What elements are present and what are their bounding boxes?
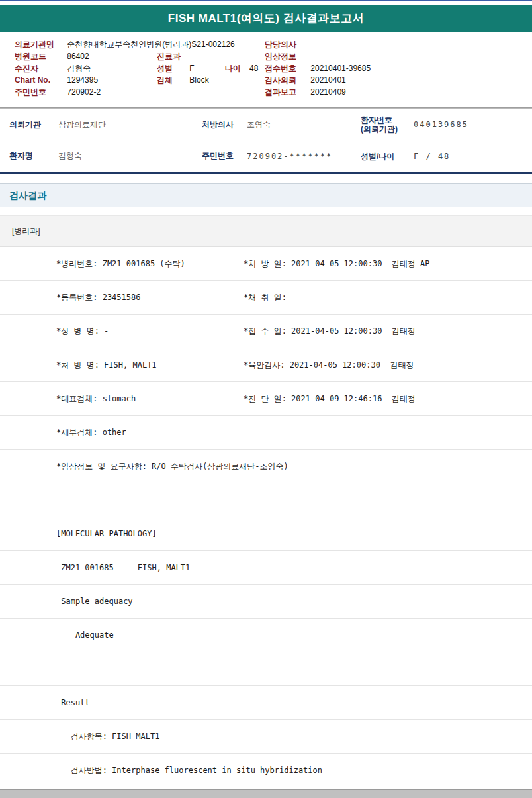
value-sex: F [189,62,199,74]
result-row: Adequate [0,619,532,652]
result-row: *상 병 명: - *접 수 일: 2021-04-05 12:00:30 김태… [0,315,532,348]
result-left: 검사항목: FISH MALT1 [56,731,159,742]
field-resident-no: 주민번호 720902-2 [15,86,235,98]
label-patient-name: 환자명 [9,150,58,162]
header-info-middle: 진료과 성별 F 나이 48 검체 Block [157,50,258,86]
header-info-block: 의료기관명 순천향대학교부속천안병원(병리과)S21-002126 병원코드 8… [0,32,532,107]
label-department: 진료과 [157,50,187,62]
field-institution: 의료기관명 순천향대학교부속천안병원(병리과)S21-002126 [15,38,235,50]
label-report-date: 결과보고 [265,86,308,98]
result-left: Sample adequacy [56,597,133,606]
value-resident-no2: 720902-******* [247,152,361,161]
patient-row-identity: 환자명 김형숙 주민번호 720902-******* 성별/나이 F / 48 [0,140,532,174]
patient-row-referral: 의뢰기관 삼광의료재단 처방의사 조영숙 환자번호 (의뢰기관) 0401396… [0,109,532,140]
result-left: Adequate [56,630,114,640]
value-institution: 순천향대학교부속천안병원(병리과)S21-002126 [67,40,234,49]
label-clinical-info: 임상정보 [265,50,308,62]
value-age: 48 [249,64,258,73]
department-band: [병리과] [0,215,532,247]
value-request-date: 20210401 [310,75,345,85]
label-prescribing-doctor: 처방의사 [202,119,247,130]
field-receipt-no: 접수번호 20210401-39685 [265,62,371,74]
result-left: 검사방법: Interphase fluorescent in situ hyb… [56,765,322,776]
label-resident-no2: 주민번호 [202,150,247,162]
label-request-date: 검사의뢰 [265,74,308,86]
label-chart-no: Chart No. [15,74,65,86]
label-sex: 성별 [157,62,187,74]
field-request-date: 검사의뢰 20210401 [265,74,371,86]
label-referral-org: 의뢰기관 [9,119,58,130]
value-resident-no: 720902-2 [67,87,101,97]
result-left: [MOLECULAR PATHOLOGY] [56,529,157,538]
header-info-right: 담당의사 임상정보 접수번호 20210401-39685 검사의뢰 20210… [265,38,371,98]
result-left: *상 병 명: - [56,326,109,337]
label-sex-age2: 성별/나이 [361,152,414,161]
spacer [0,174,532,183]
result-row: *임상정보 및 요구사항: R/O 수탁검사(삼광의료재단-조영숙) [0,450,532,483]
value-chart-no: 1294395 [67,75,98,85]
label-examinee: 수진자 [15,62,65,74]
result-row: *세부검체: other [0,416,532,450]
result-row-blank [0,652,532,686]
field-specimen: 검체 Block [157,74,258,86]
value-specimen: Block [189,75,208,85]
field-doctor: 담당의사 [265,38,371,50]
value-sex-age2: F / 48 [414,152,532,161]
scrollbar-horizontal[interactable] [0,789,532,798]
result-row: *등록번호: 23451586 *채 취 일: [0,281,532,315]
value-patient-name: 김형숙 [58,150,202,162]
result-left: *병리번호: ZM21-001685 (수탁) [56,258,185,270]
label-resident-no: 주민번호 [15,86,65,98]
label-age: 나이 [225,62,247,74]
label-patient-no: 환자번호 (의뢰기관) [361,115,414,134]
result-left: *세부검체: other [56,427,126,438]
result-right: *육안검사: 2021-04-05 12:00:30 김태정 [244,360,414,371]
top-accent-line [0,0,532,1]
value-hospital-code: 86402 [67,52,89,61]
result-row: *처 방 명: FISH, MALT1 *육안검사: 2021-04-05 12… [0,348,532,382]
field-department: 진료과 [157,50,258,62]
result-left: ZM21-001685 FISH, MALT1 [56,563,190,572]
result-row: *병리번호: ZM21-001685 (수탁) *처 방 일: 2021-04-… [0,247,532,281]
result-left: *대표검체: stomach [56,393,136,405]
value-receipt-no: 20210401-39685 [310,64,371,73]
label-receipt-no: 접수번호 [265,62,308,74]
value-prescribing-doctor: 조영숙 [247,119,361,130]
field-report-date: 결과보고 20210409 [265,86,371,98]
result-right: *처 방 일: 2021-04-05 12:00:30 김태정 AP [244,258,430,270]
section-title-results: 검사결과 [0,183,532,207]
result-row: Sample adequacy [0,585,532,619]
result-right: *진 단 일: 2021-04-09 12:46:16 김태정 [244,393,416,405]
value-patient-no: 040139685 [414,120,532,129]
result-right: *접 수 일: 2021-04-05 12:00:30 김태정 [244,326,416,337]
result-row-blank [0,483,532,517]
result-row: 검사항목: FISH MALT1 [0,720,532,754]
value-examinee: 김형숙 [67,64,91,73]
field-clinical-info: 임상정보 [265,50,371,62]
value-report-date: 20210409 [310,87,345,97]
result-row: [MOLECULAR PATHOLOGY] [0,517,532,551]
label-hospital-code: 병원코드 [15,50,65,62]
spacer [0,207,532,215]
value-referral-org: 삼광의료재단 [58,119,202,130]
result-left: *등록번호: 23451586 [56,292,140,303]
result-row: Result [0,686,532,720]
result-left: *임상정보 및 요구사항: R/O 수탁검사(삼광의료재단-조영숙) [56,461,288,472]
result-row: 검사방법: Interphase fluorescent in situ hyb… [0,754,532,787]
result-row: ZM21-001685 FISH, MALT1 [0,551,532,585]
result-left: *처 방 명: FISH, MALT1 [56,360,157,371]
result-left: Result [56,698,90,707]
result-row: *대표검체: stomach *진 단 일: 2021-04-09 12:46:… [0,382,532,416]
report-page: FISH MALT1(여의도) 검사결과보고서 의료기관명 순천향대학교부속천안… [0,0,532,798]
report-title: FISH MALT1(여의도) 검사결과보고서 [0,5,532,32]
result-right: *채 취 일: [244,292,287,303]
label-doctor: 담당의사 [265,38,308,50]
label-specimen: 검체 [157,74,187,86]
label-institution: 의료기관명 [15,38,65,50]
field-sex-age: 성별 F 나이 48 [157,62,258,74]
